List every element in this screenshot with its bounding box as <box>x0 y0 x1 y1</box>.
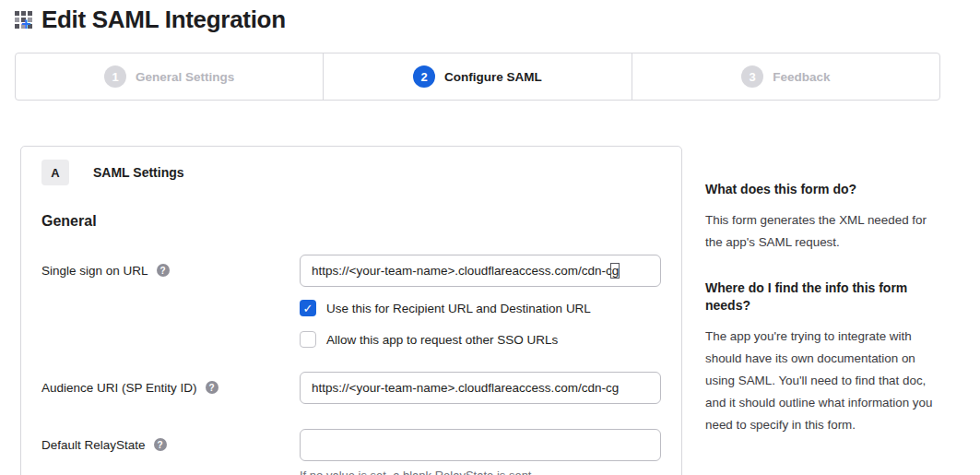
recipient-url-checkbox-row[interactable]: ✓ Use this for Recipient URL and Destina… <box>300 300 661 316</box>
step-general-settings[interactable]: 1 General Settings <box>16 53 323 100</box>
relay-state-helper-text: If no value is set, a blank RelayState i… <box>300 469 661 475</box>
step-number-badge: 1 <box>104 65 126 88</box>
recipient-url-checkbox[interactable]: ✓ <box>300 300 316 316</box>
help-icon[interactable]: ? <box>157 264 170 277</box>
saml-settings-panel: A SAML Settings General Single sign on U… <box>20 146 682 475</box>
sidebar-answer-2: The app you're trying to integrate with … <box>705 326 939 436</box>
page-header: + Edit SAML Integration <box>14 6 286 34</box>
group-heading-general: General <box>41 213 661 230</box>
audience-uri-value: https://<your-team-name>.cloudflareacces… <box>312 381 619 395</box>
other-sso-urls-checkbox[interactable] <box>300 331 316 348</box>
audience-uri-label: Audience URI (SP Entity ID) <box>41 381 197 395</box>
sidebar-answer-1: This form generates the XML needed for t… <box>705 209 939 254</box>
help-sidebar: What does this form do? This form genera… <box>705 181 939 462</box>
step-number-badge: 2 <box>413 65 435 88</box>
sso-url-label: Single sign on URL <box>41 264 148 278</box>
relay-state-input[interactable] <box>300 429 661 461</box>
step-tabs: 1 General Settings 2 Configure SAML 3 Fe… <box>15 53 940 101</box>
help-icon[interactable]: ? <box>206 381 218 394</box>
step-configure-saml[interactable]: 2 Configure SAML <box>323 53 631 100</box>
other-sso-urls-checkbox-label: Allow this app to request other SSO URLs <box>326 333 558 347</box>
section-badge: A <box>41 160 69 185</box>
sidebar-question-2: Where do I find the info this form needs… <box>705 279 939 315</box>
section-title: SAML Settings <box>93 165 184 180</box>
audience-uri-row: Audience URI (SP Entity ID) ? https://<y… <box>41 372 661 404</box>
step-label: General Settings <box>136 70 234 84</box>
relay-state-row: Default RelayState ? If no value is set,… <box>41 429 661 475</box>
step-feedback[interactable]: 3 Feedback <box>632 53 939 100</box>
recipient-url-checkbox-label: Use this for Recipient URL and Destinati… <box>326 302 591 315</box>
relay-state-label: Default RelayState <box>41 438 146 452</box>
panel-header: A SAML Settings <box>41 160 661 185</box>
sidebar-question-1: What does this form do? <box>705 181 939 198</box>
step-label: Configure SAML <box>444 70 542 84</box>
audience-uri-input[interactable]: https://<your-team-name>.cloudflareacces… <box>300 372 661 404</box>
sso-url-input[interactable]: https://<your-team-name>.cloudflareacces… <box>300 255 661 287</box>
sso-url-row: Single sign on URL ? https://<your-team-… <box>41 255 661 348</box>
other-sso-urls-checkbox-row[interactable]: Allow this app to request other SSO URLs <box>300 331 661 348</box>
step-number-badge: 3 <box>741 65 763 88</box>
sso-url-value: https://<your-team-name>.cloudflareacces… <box>312 264 619 278</box>
page-title: Edit SAML Integration <box>41 6 286 34</box>
help-icon[interactable]: ? <box>154 438 167 451</box>
app-grid-plus-icon: + <box>14 7 39 32</box>
text-cursor <box>610 263 620 279</box>
step-label: Feedback <box>773 70 830 84</box>
